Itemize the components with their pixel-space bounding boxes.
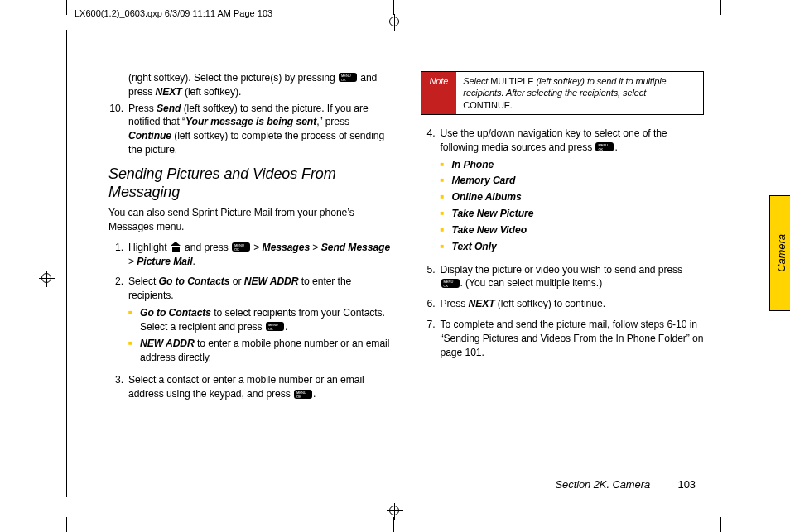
media-takenewpicture: Take New Picture: [441, 207, 705, 221]
home-icon: [171, 242, 181, 252]
section-heading: Sending Pictures and Videos From Messagi…: [108, 165, 393, 201]
step-1: 1. Highlight and press > Messages > Send…: [108, 241, 393, 269]
note-label: Note: [421, 72, 457, 114]
menu-ok-icon: [294, 390, 312, 399]
menu-ok-icon: [595, 142, 614, 151]
intro-text: You can also send Sprint Picture Mail fr…: [108, 206, 393, 234]
crop-marks-left: [50, 33, 51, 499]
step-2: 2. Select Go to Contacts or NEW ADDR to …: [108, 275, 393, 367]
footer-section: Section 2K. Camera: [556, 478, 651, 491]
page-frame: (right softkey). Select the picture(s) b…: [66, 30, 720, 497]
menu-ok-icon: [232, 242, 250, 252]
section-tab-label: Camera: [774, 234, 787, 272]
note-body: Select MULTIPLE (left softkey) to send i…: [456, 72, 703, 114]
page-footer: Section 2K. Camera 103: [556, 478, 696, 491]
column-right: Note Select MULTIPLE (left softkey) to s…: [421, 71, 705, 464]
menu-ok-icon: [441, 279, 460, 288]
media-takenewvideo: Take New Video: [441, 223, 705, 237]
step-4: 4. Use the up/down navigation key to sel…: [421, 127, 705, 256]
menu-ok-icon: [266, 322, 284, 331]
step-10: 10. Press Send (left softkey) to send th…: [108, 102, 393, 157]
step-2-sub-newaddr: NEW ADDR to enter a mobile phone number …: [128, 337, 393, 365]
continued-fragment: (right softkey). Select the picture(s) b…: [128, 71, 393, 99]
media-onlinealbums: Online Albums: [441, 190, 705, 204]
footer-page-number: 103: [678, 478, 696, 491]
step-5: 5. Display the picture or video you wish…: [421, 263, 705, 291]
menu-ok-icon: [339, 73, 357, 82]
step-3: 3. Select a contact or enter a mobile nu…: [108, 373, 393, 401]
media-inphone: In Phone: [441, 158, 705, 172]
step-6: 6. Press NEXT (left softkey) to continue…: [421, 297, 705, 311]
media-textonly: Text Only: [441, 240, 705, 254]
step-2-sub-goto: Go to Contacts to select recipients from…: [128, 306, 393, 334]
note-box: Note Select MULTIPLE (left softkey) to s…: [421, 71, 705, 115]
section-tab-camera: Camera: [769, 195, 790, 311]
step-7: 7. To complete and send the picture mail…: [421, 318, 705, 359]
media-memorycard: Memory Card: [441, 174, 705, 188]
file-header: LX600(1.2)_0603.qxp 6/3/09 11:11 AM Page…: [75, 8, 272, 18]
column-left: (right softkey). Select the picture(s) b…: [108, 71, 393, 464]
crop-marks-bottom: [0, 499, 790, 532]
